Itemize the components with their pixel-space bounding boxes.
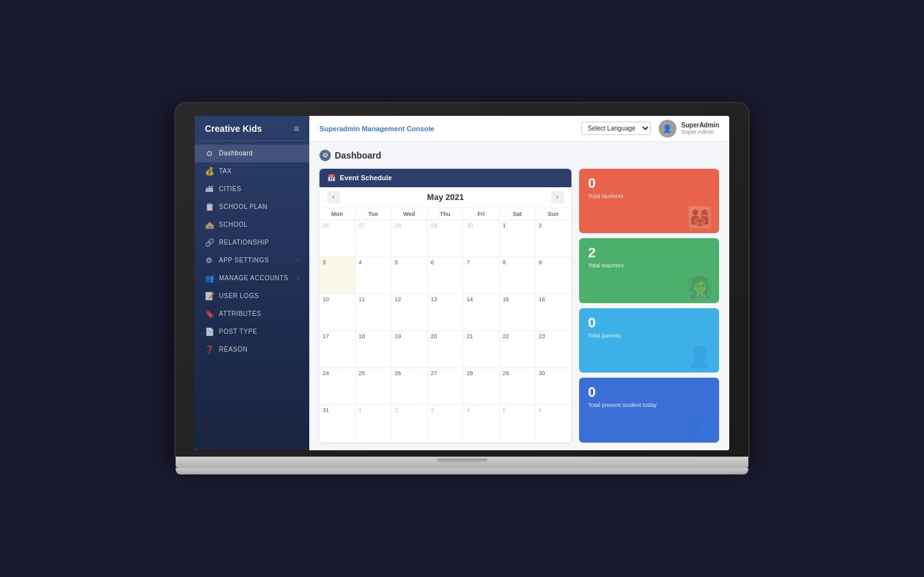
sidebar-item-tax[interactable]: 💰 TAX xyxy=(195,162,309,180)
menu-icon[interactable]: ≡ xyxy=(294,124,299,134)
calendar-nav: ‹ May 2021 › xyxy=(319,187,571,208)
stat-card-parents: 0 Total parents 👤 xyxy=(579,308,719,373)
dashboard-icon: ⊙ xyxy=(319,150,331,161)
cell-date-number: 8 xyxy=(503,259,506,266)
page-title: ⊙ Dashboard xyxy=(319,150,719,161)
calendar-cell-w2-d0[interactable]: 10 xyxy=(319,294,356,331)
calendar-cell-w0-d1[interactable]: 27 xyxy=(356,220,392,257)
avatar: 👤 xyxy=(659,120,676,138)
nav-icon-school: 🏫 xyxy=(205,220,214,229)
stat-icon-parents: 👤 xyxy=(687,345,713,369)
sidebar-item-dashboard[interactable]: ⊙ Dashboard xyxy=(195,145,309,162)
sidebar: Creative Kids ≡ ⊙ Dashboard 💰 TAX 🏙 CITI… xyxy=(195,116,309,450)
sidebar-item-reason[interactable]: ❓ REASON xyxy=(195,341,309,359)
calendar-cell-w0-d5[interactable]: 1 xyxy=(500,220,536,257)
calendar-cell-w4-d6[interactable]: 30 xyxy=(535,368,571,405)
cell-date-number: 9 xyxy=(538,259,542,266)
sidebar-item-cities[interactable]: 🏙 CITIES xyxy=(195,180,309,198)
nav-label-school-plan: SCHOOL PLAN xyxy=(219,203,299,210)
calendar-cell-w2-d5[interactable]: 15 xyxy=(500,294,536,331)
cell-date-number: 23 xyxy=(538,333,545,339)
calendar-cell-w4-d5[interactable]: 29 xyxy=(500,368,536,405)
calendar-cell-w2-d1[interactable]: 11 xyxy=(356,294,392,331)
calendar-cell-w2-d6[interactable]: 16 xyxy=(535,294,571,331)
calendar-cell-w4-d4[interactable]: 28 xyxy=(463,368,500,405)
calendar-cell-w5-d4[interactable]: 4 xyxy=(463,405,500,442)
cell-date-number: 12 xyxy=(395,296,401,303)
calendar-cell-w1-d0[interactable]: 3 xyxy=(319,257,356,294)
calendar-cell-w1-d4[interactable]: 7 xyxy=(463,257,500,294)
calendar-cell-w2-d4[interactable]: 14 xyxy=(463,294,500,331)
calendar-cell-w3-d2[interactable]: 19 xyxy=(391,331,428,368)
calendar-prev-button[interactable]: ‹ xyxy=(327,191,340,204)
calendar-cell-w1-d6[interactable]: 9 xyxy=(535,257,571,294)
calendar-cell-w5-d0[interactable]: 31 xyxy=(319,405,356,442)
calendar-day-fri: Fri xyxy=(463,208,500,220)
sidebar-item-relationship[interactable]: 🔗 RELATIONSHIP xyxy=(195,234,309,252)
calendar-cell-w5-d6[interactable]: 6 xyxy=(535,405,571,442)
stat-card-teachers: 2 Total teachers 👩‍🏫 xyxy=(579,238,719,303)
calendar-icon: 📅 xyxy=(327,174,336,182)
cell-date-number: 14 xyxy=(466,296,473,303)
sidebar-item-post-type[interactable]: 📄 POST TYPE xyxy=(195,323,309,341)
calendar-cell-w0-d3[interactable]: 29 xyxy=(428,220,464,257)
nav-icon-post-type: 📄 xyxy=(205,327,214,336)
calendar-next-button[interactable]: › xyxy=(551,191,564,204)
nav-icon-relationship: 🔗 xyxy=(205,238,214,247)
cell-date-number: 4 xyxy=(359,259,362,266)
calendar-cell-w0-d4[interactable]: 30 xyxy=(463,220,500,257)
cell-date-number: 27 xyxy=(359,222,365,229)
calendar-cell-w1-d1[interactable]: 4 xyxy=(356,257,392,294)
calendar-cell-w2-d2[interactable]: 12 xyxy=(391,294,428,331)
calendar-cell-w5-d2[interactable]: 2 xyxy=(391,405,428,442)
sidebar-item-attributes[interactable]: 🔖 ATTRIBUTES xyxy=(195,305,309,323)
stat-label-teachers: Total teachers xyxy=(588,262,624,269)
nav-label-school: SCHOOL xyxy=(219,221,299,228)
calendar-section: 📅 Event Schedule ‹ May 2021 › xyxy=(319,169,571,443)
sidebar-item-manage-accounts[interactable]: 👥 MANAGE ACCOUNTS › xyxy=(195,269,309,287)
nav-label-attributes: ATTRIBUTES xyxy=(219,310,299,317)
cell-date-number: 1 xyxy=(503,222,506,229)
cell-date-number: 24 xyxy=(323,370,329,376)
calendar-cell-w4-d1[interactable]: 25 xyxy=(356,368,392,405)
nav-label-app-settings: APP SETTINGS xyxy=(219,257,292,264)
nav-icon-manage-accounts: 👥 xyxy=(205,274,214,283)
calendar-cell-w5-d3[interactable]: 3 xyxy=(428,405,464,442)
calendar-cell-w3-d1[interactable]: 18 xyxy=(356,331,392,368)
calendar-cell-w2-d3[interactable]: 13 xyxy=(428,294,464,331)
calendar-cell-w4-d2[interactable]: 26 xyxy=(391,368,428,405)
calendar-cell-w1-d3[interactable]: 6 xyxy=(428,257,464,294)
calendar-cell-w4-d0[interactable]: 24 xyxy=(319,368,356,405)
calendar-cell-w0-d0[interactable]: 26 xyxy=(319,220,356,257)
language-select[interactable]: Select Language xyxy=(581,122,651,135)
calendar-cell-w0-d6[interactable]: 2 xyxy=(535,220,571,257)
calendar-cell-w5-d1[interactable]: 1 xyxy=(356,405,392,442)
calendar-cell-w3-d0[interactable]: 17 xyxy=(319,331,356,368)
stat-card-present: 0 Total present student today 👥 xyxy=(579,378,719,443)
cell-date-number: 3 xyxy=(431,407,434,413)
sidebar-item-school[interactable]: 🏫 SCHOOL xyxy=(195,216,309,234)
cell-date-number: 20 xyxy=(431,333,437,339)
calendar-cell-w3-d5[interactable]: 22 xyxy=(500,331,536,368)
calendar-cell-w1-d2[interactable]: 5 xyxy=(391,257,428,294)
sidebar-item-school-plan[interactable]: 📋 SCHOOL PLAN xyxy=(195,198,309,216)
calendar-cell-w5-d5[interactable]: 5 xyxy=(500,405,536,442)
sidebar-item-app-settings[interactable]: ⚙ APP SETTINGS › xyxy=(195,252,309,269)
nav-label-dashboard: Dashboard xyxy=(219,150,299,157)
nav-icon-dashboard: ⊙ xyxy=(205,149,214,158)
calendar-cell-w4-d3[interactable]: 27 xyxy=(428,368,464,405)
user-info: 👤 SuperAdmin Super Admin xyxy=(659,120,719,138)
user-name: SuperAdmin xyxy=(682,122,719,129)
top-bar-right: Select Language 👤 SuperAdmin Super Admin xyxy=(581,120,719,138)
sidebar-item-user-logs[interactable]: 📝 USER LOGS xyxy=(195,287,309,305)
calendar-cell-w0-d2[interactable]: 28 xyxy=(391,220,428,257)
calendar-cell-w3-d6[interactable]: 23 xyxy=(535,331,571,368)
calendar-cell-w3-d4[interactable]: 21 xyxy=(463,331,500,368)
calendar-cell-w1-d5[interactable]: 8 xyxy=(500,257,536,294)
nav-arrow-manage-accounts: › xyxy=(297,275,299,281)
dashboard-area: ⊙ Dashboard 📅 Event Schedule xyxy=(309,142,729,450)
cell-date-number: 7 xyxy=(466,259,470,266)
cell-date-number: 11 xyxy=(359,296,365,303)
nav-icon-user-logs: 📝 xyxy=(205,292,214,301)
calendar-cell-w3-d3[interactable]: 20 xyxy=(428,331,464,368)
